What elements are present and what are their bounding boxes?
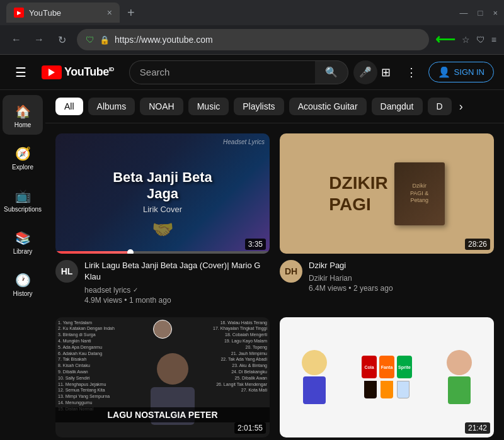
watermark-text: Headset Lyrics (223, 138, 265, 145)
search-button[interactable]: 🔍 (315, 60, 348, 84)
chip-music[interactable]: Music (188, 98, 229, 115)
voice-search-button[interactable]: 🎤 (353, 60, 377, 84)
youtube-logo-icon (42, 65, 62, 79)
window-controls: — □ × (460, 8, 498, 18)
thumb2-content: DZIKIRPAGI DzikirPAGI &Petang (323, 156, 450, 232)
maximize-button[interactable]: □ (478, 8, 483, 18)
browser-tab[interactable]: ▶ YouTube × (6, 3, 120, 23)
browser-chrome: ▶ YouTube × + — □ × ← → ↻ 🛡 🔒 https://ww… (0, 0, 504, 55)
video-duration-1: 3:35 (245, 239, 266, 250)
sidebar-item-home[interactable]: 🏠 Home (3, 95, 43, 135)
sign-in-label: SIGN IN (454, 67, 484, 77)
sidebar-item-explore[interactable]: 🧭 Explore (3, 137, 43, 177)
video-title-1: Lirik Lagu Beta Janji Beta Jaga (Cover)|… (84, 260, 270, 283)
forward-button[interactable]: → (30, 31, 48, 48)
browser-menu-icon[interactable]: ≡ (491, 35, 496, 45)
address-bar[interactable]: 🛡 🔒 https://www.youtube.com (77, 29, 429, 50)
sign-in-button[interactable]: 👤 SIGN IN (428, 62, 494, 82)
thumb1-subtitle: Lirik Cover (109, 205, 216, 214)
youtube-logo[interactable]: YouTubeID (42, 65, 114, 79)
video-card-3[interactable]: 1. Yang Terdalam 2. Ku Katakan Dengan In… (55, 317, 270, 440)
video-thumbnail-2: DZIKIRPAGI DzikirPAGI &Petang 28:26 (280, 133, 494, 254)
video-progress-bar (55, 251, 270, 254)
library-icon: 📚 (15, 230, 31, 245)
kid-figure-left (302, 350, 327, 404)
sidebar-item-library[interactable]: 📚 Library (3, 222, 43, 261)
search-bar: 🔍 🎤 (129, 60, 377, 84)
youtube-main-content: All Albums NOAH Music Playlists Acoustic… (45, 90, 504, 440)
video-progress-fill (55, 251, 130, 254)
chip-acoustic-guitar[interactable]: Acoustic Guitar (289, 98, 367, 115)
shield-extension-icon[interactable]: 🛡 (476, 35, 485, 45)
youtube-logo-superscript: ID (109, 66, 114, 72)
close-window-button[interactable]: × (493, 8, 498, 18)
thumb2-book: DzikirPAGI &Petang (394, 162, 445, 225)
kid-figure-right (447, 350, 472, 404)
sprite-can: Sprite (397, 356, 412, 378)
chip-more[interactable]: D (428, 98, 452, 115)
search-input[interactable] (129, 60, 315, 84)
grid-apps-button[interactable]: ⊞ (377, 62, 394, 83)
cup-dark (364, 381, 377, 398)
sidebar-explore-label: Explore (12, 164, 33, 171)
nav-buttons: ← → ↻ (8, 31, 71, 48)
url-text: https://www.youtube.com (115, 35, 420, 45)
star-icon[interactable]: ☆ (462, 35, 470, 45)
chips-next-button[interactable]: › (459, 100, 463, 113)
video-grid: Headset Lyrics Beta Janji Beta Jaga Liri… (45, 123, 504, 440)
video-card-2[interactable]: DZIKIRPAGI DzikirPAGI &Petang 28:26 DH D… (280, 133, 494, 307)
channel-avatar-1: HL (55, 260, 78, 283)
filter-chips: All Albums NOAH Music Playlists Acoustic… (45, 90, 504, 123)
sidebar-item-history[interactable]: 🕐 History (3, 264, 43, 303)
green-arrow-indicator: ⟵ (435, 31, 455, 48)
refresh-button[interactable]: ↻ (53, 31, 71, 48)
fanta-can: Fanta (379, 356, 394, 378)
sidebar-subscriptions-label: Subscriptions (4, 206, 42, 213)
cola-can: Cola (362, 356, 377, 378)
video-progress-dot (127, 249, 134, 254)
sidebar-item-subscriptions[interactable]: 📺 Subscriptions (3, 179, 43, 219)
video-thumbnail-3: 1. Yang Terdalam 2. Ku Katakan Dengan In… (55, 317, 270, 437)
video-duration-3: 2:01:55 (234, 422, 266, 434)
video-info-2: DH Dzikr Pagi Dzikir Harian 6.4M views •… (280, 254, 494, 295)
video-title-2: Dzikr Pagi (309, 260, 494, 271)
video-info-4: KF Kids Cola Experiment Kids Fun 12M vie… (280, 437, 494, 440)
cola-cans: Cola Fanta Sprite (362, 356, 412, 378)
kid-head-right (447, 350, 472, 375)
tab-title: YouTube (29, 8, 102, 18)
kid-body-right (448, 376, 471, 404)
chip-all[interactable]: All (55, 98, 83, 115)
shield-icon: 🛡 (86, 35, 94, 45)
thumb3-list-right: 16. Walau Habis Terang 17. Khayalan Ting… (213, 320, 267, 394)
cup-clear (397, 381, 410, 398)
back-button[interactable]: ← (8, 31, 25, 48)
video-card-1[interactable]: Headset Lyrics Beta Janji Beta Jaga Liri… (55, 133, 270, 307)
new-tab-button[interactable]: + (127, 6, 135, 20)
chip-dangdut[interactable]: Dangdut (372, 98, 423, 115)
video-channel-2: Dzikir Harian (309, 274, 494, 283)
youtube-app: ☰ YouTubeID 🔍 🎤 ⊞ ⋮ 👤 SIGN IN 🏠 (0, 55, 504, 440)
cups-row (364, 381, 410, 398)
hamburger-menu-button[interactable]: ☰ (10, 60, 32, 85)
youtube-header: ☰ YouTubeID 🔍 🎤 ⊞ ⋮ 👤 SIGN IN (0, 55, 504, 90)
chip-noah[interactable]: NOAH (140, 98, 183, 115)
sign-in-icon: 👤 (438, 66, 450, 78)
browser-title-bar: ▶ YouTube × + — □ × (0, 0, 504, 25)
header-right-icons: ⊞ ⋮ 👤 SIGN IN (377, 62, 494, 83)
thumb1-hands-decoration: 🤝 (55, 219, 270, 240)
cup-orange (381, 381, 393, 398)
tab-close-button[interactable]: × (107, 8, 112, 18)
youtube-body: 🏠 Home 🧭 Explore 📺 Subscriptions 📚 Libra… (0, 90, 504, 440)
video-card-4[interactable]: Cola Fanta Sprite (280, 317, 494, 440)
minimize-button[interactable]: — (460, 8, 468, 18)
video-duration-2: 28:26 (465, 239, 490, 250)
thumb3-title-overlay: LAGU NOSTALGIA PETER (55, 407, 270, 422)
thumb3-photo (153, 320, 172, 339)
youtube-logo-text: YouTubeID (64, 65, 114, 79)
tab-favicon-icon: ▶ (14, 8, 24, 18)
video-duration-4: 21:42 (465, 422, 490, 434)
chip-albums[interactable]: Albums (88, 98, 135, 115)
video-info-3: N LAGU NOSTALGIA PETER Nostalgia Music 2… (55, 437, 270, 440)
chip-playlists[interactable]: Playlists (234, 98, 284, 115)
more-options-button[interactable]: ⋮ (402, 62, 421, 83)
